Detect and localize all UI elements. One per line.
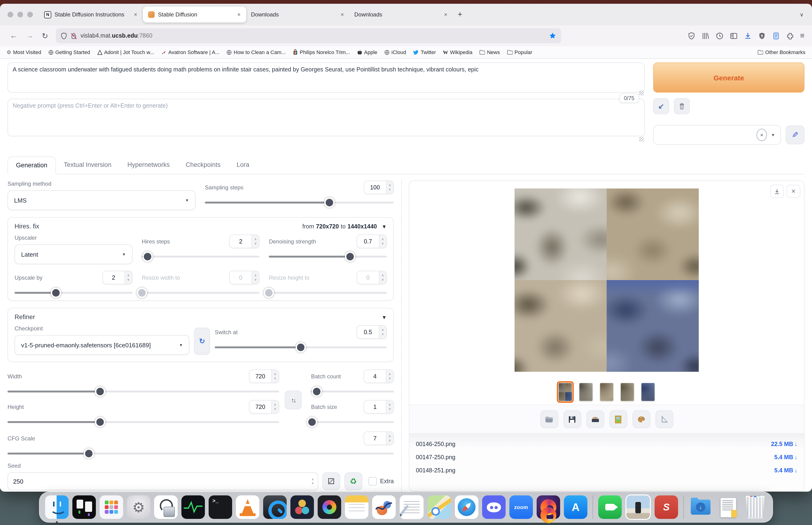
resize-height-input[interactable]: 0∧∨ <box>357 271 387 284</box>
hires-steps-input[interactable]: 2∧∨ <box>230 235 260 248</box>
file-size-link[interactable]: 5.4 MB <box>774 467 793 474</box>
bookmark-icloud[interactable]: iCloud <box>384 49 406 55</box>
dock-maps-icon[interactable] <box>428 495 451 519</box>
file-size-link[interactable]: 22.5 MB <box>771 441 794 448</box>
cfg-scale-slider[interactable] <box>7 453 394 454</box>
bookmark-getting-started[interactable]: Getting Started <box>48 49 90 55</box>
dock-launchpad-icon[interactable] <box>99 495 123 519</box>
thumbnail-4[interactable] <box>641 383 655 401</box>
dock-window-manager-icon[interactable] <box>72 495 96 519</box>
collapse-icon[interactable]: ▼ <box>382 224 387 229</box>
file-row[interactable]: 00147-250.png 5.4 MB ↓ <box>409 451 804 464</box>
protections-shield-icon[interactable] <box>687 32 695 40</box>
collapse-icon[interactable]: ▼ <box>382 314 387 320</box>
tab-downloads-1[interactable]: Downloads × <box>246 6 350 22</box>
bookmark-how-to-clean[interactable]: How to Clean a Cam... <box>227 49 286 55</box>
resize-width-slider[interactable] <box>142 292 259 294</box>
tab-checkpoints[interactable]: Checkpoints <box>178 156 229 174</box>
upscale-by-slider[interactable] <box>15 292 132 294</box>
generated-image-3[interactable] <box>515 280 607 372</box>
tracking-shield-icon[interactable] <box>61 32 67 39</box>
minimize-window-button[interactable] <box>17 12 23 17</box>
styles-dropdown[interactable]: × ▼ <box>653 125 781 145</box>
resize-grip-icon[interactable] <box>639 137 644 141</box>
apply-styles-button[interactable]: ✎ <box>786 125 805 144</box>
dock-activity-monitor-icon[interactable] <box>181 495 205 519</box>
tab-textual-inversion[interactable]: Textual Inversion <box>56 156 120 174</box>
dock-terminal-icon[interactable]: >_ <box>209 495 232 519</box>
bookmark-star-icon[interactable] <box>549 32 556 40</box>
width-input[interactable]: 720∧∨ <box>249 370 279 383</box>
reader-document-icon[interactable] <box>772 32 780 40</box>
tab-downloads-2[interactable]: Downloads × <box>350 6 453 22</box>
dock-disk-utility-icon[interactable] <box>154 495 178 519</box>
thumbnail-1[interactable] <box>579 383 593 401</box>
hires-steps-slider[interactable] <box>142 256 259 258</box>
dock-quicktime-icon[interactable] <box>263 495 287 519</box>
close-gallery-button[interactable]: × <box>787 185 800 198</box>
dock-finder-icon[interactable] <box>45 495 68 519</box>
dock-vlc-icon[interactable] <box>236 495 259 519</box>
dock-notes-icon[interactable] <box>345 495 368 519</box>
width-slider[interactable] <box>7 391 279 392</box>
bookmark-philips-norelco[interactable]: Philips Norelco Trim... <box>293 49 350 55</box>
dock-downloads-folder-icon[interactable]: ↓ <box>689 495 713 519</box>
bookmark-avatron[interactable]: Avatron Software | A... <box>161 49 219 55</box>
tab-hypernetworks[interactable]: Hypernetworks <box>119 156 178 174</box>
sampling-method-dropdown[interactable]: LMS ▼ <box>7 190 196 210</box>
sidebar-icon[interactable] <box>730 32 737 40</box>
image-gallery[interactable]: × <box>409 181 804 379</box>
clear-styles-icon[interactable]: × <box>756 129 767 141</box>
file-size-link[interactable]: 5.4 MB <box>774 454 793 461</box>
sampling-steps-slider[interactable] <box>205 201 394 204</box>
dock-red-app-icon[interactable]: S <box>655 495 678 519</box>
url-bar[interactable]: vislab4.mat.ucsb.edu:7860 <box>56 28 561 43</box>
download-image-button[interactable] <box>770 185 784 198</box>
bookmark-apple[interactable]: Apple <box>357 49 377 55</box>
new-tab-button[interactable]: + <box>453 10 467 19</box>
dock-firefox-icon[interactable] <box>537 495 560 519</box>
switch-at-slider[interactable] <box>215 346 387 348</box>
reload-button[interactable]: ↻ <box>37 31 52 40</box>
send-to-img2img-button[interactable] <box>609 410 627 428</box>
random-seed-button[interactable]: ⚂ <box>322 472 340 490</box>
extension-icon[interactable] <box>786 32 794 40</box>
tab-generation[interactable]: Generation <box>7 156 56 174</box>
close-tab-icon[interactable]: × <box>340 11 345 18</box>
library-icon[interactable] <box>701 32 709 40</box>
forward-button[interactable]: → <box>21 31 37 40</box>
close-tab-icon[interactable]: × <box>443 11 448 18</box>
batch-size-input[interactable]: 1∧∨ <box>364 400 394 414</box>
prompt-input[interactable]: A science classroom underwater with fati… <box>7 62 645 93</box>
bookmark-adonit[interactable]: Adonit | Jot Touch w... <box>97 49 154 55</box>
dock-facetime-icon[interactable] <box>598 495 622 519</box>
bookmark-wikipedia[interactable]: WWikipedia <box>443 49 472 55</box>
list-tabs-chevron-icon[interactable]: ∨ <box>796 12 807 18</box>
height-input[interactable]: 720∧∨ <box>249 400 279 414</box>
history-icon[interactable] <box>716 32 723 40</box>
password-shield-icon[interactable] <box>758 32 766 40</box>
tab-stable-diffusion[interactable]: Stable Diffusion × <box>143 6 246 22</box>
denoising-strength-slider[interactable] <box>269 256 387 258</box>
tab-lora[interactable]: Lora <box>229 156 257 174</box>
batch-size-slider[interactable] <box>311 421 394 423</box>
denoising-strength-input[interactable]: 0.7∧∨ <box>357 235 387 248</box>
stepper-icon[interactable]: ∧∨ <box>386 181 393 194</box>
tab-stable-diffusion-instructions[interactable]: N Stable Diffusion Instructions × <box>40 6 143 22</box>
refresh-checkpoints-button[interactable]: ↻ <box>194 328 210 355</box>
dock-discord-icon[interactable] <box>482 495 506 519</box>
dock-davinci-resolve-icon[interactable] <box>290 495 314 519</box>
close-tab-icon[interactable]: × <box>236 11 242 18</box>
dock-motion-icon[interactable] <box>318 495 341 519</box>
batch-count-slider[interactable] <box>311 391 394 392</box>
dock-textedit-icon[interactable] <box>399 495 424 519</box>
resize-width-input[interactable]: 0∧∨ <box>230 271 260 284</box>
dock-zoom-icon[interactable]: zoom <box>509 495 533 519</box>
thumbnail-grid[interactable] <box>559 383 572 401</box>
resize-height-slider[interactable] <box>269 292 387 294</box>
window-controls[interactable] <box>7 12 33 17</box>
swap-dimensions-button[interactable]: ↑↓ <box>285 391 302 409</box>
back-button[interactable]: ← <box>6 31 21 40</box>
switch-at-input[interactable]: 0.5∧∨ <box>357 325 387 339</box>
generate-button[interactable]: Generate <box>653 62 805 93</box>
